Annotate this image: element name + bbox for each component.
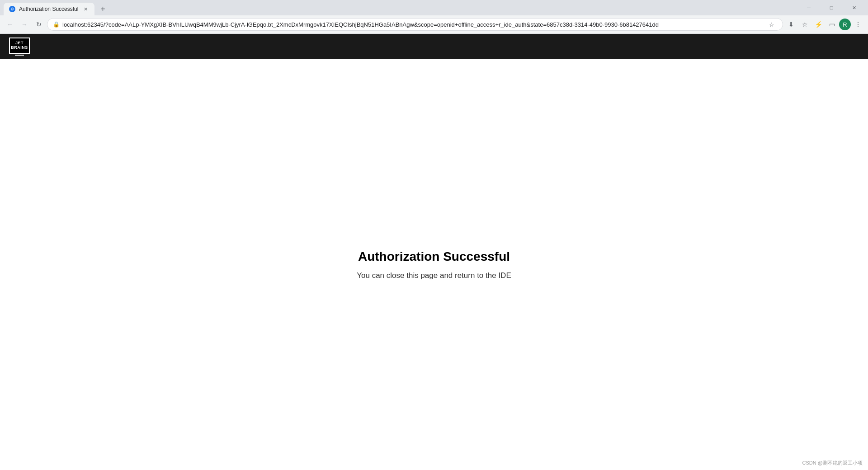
secure-icon: 🔒 [53,21,60,28]
main-content: Authorization Successful You can close t… [0,59,868,470]
auth-title: Authorization Successful [358,249,510,264]
jetbrains-header: JET BRAINS [0,34,868,59]
browser-chrome: Authorization Successful ✕ + ─ □ ✕ ← → ↻… [0,0,868,34]
tab-favicon-icon [9,6,15,12]
refresh-button[interactable]: ↻ [33,18,45,31]
maximize-button[interactable]: □ [821,0,842,15]
profile-button[interactable]: R [839,19,851,30]
forward-button[interactable]: → [18,18,31,31]
tab-area: Authorization Successful ✕ + [4,0,797,15]
address-right-icons: ☆ [766,19,777,30]
tab-title: Authorization Successful [19,6,78,12]
tab-close-button[interactable]: ✕ [82,5,89,13]
jetbrains-text-brains: BRAINS [11,46,28,50]
auth-subtitle: You can close this page and return to th… [357,271,511,280]
jetbrains-logo-box: JET BRAINS [9,38,30,54]
bookmark-address-icon[interactable]: ☆ [766,19,777,30]
minimize-button[interactable]: ─ [798,0,819,15]
address-bar[interactable]: 🔒 localhost:62345/?code=AALp-YMXgXIB-BVh… [47,18,783,31]
active-tab[interactable]: Authorization Successful ✕ [4,3,94,15]
url-text: localhost:62345/?code=AALp-YMXgXIB-BVhIL… [62,21,764,28]
menu-button[interactable]: ⋮ [852,18,864,31]
window-controls: ─ □ ✕ [798,0,864,15]
close-window-button[interactable]: ✕ [844,0,864,15]
title-bar: Authorization Successful ✕ + ─ □ ✕ [0,0,868,15]
sidebar-button[interactable]: ▭ [826,18,838,31]
address-bar-row: ← → ↻ 🔒 localhost:62345/?code=AALp-YMXgX… [0,15,868,33]
watermark: CSDN @测不绝的返工小项 [802,460,863,466]
jetbrains-logo: JET BRAINS [9,38,30,56]
download-button[interactable]: ⬇ [785,18,797,31]
back-button[interactable]: ← [4,18,16,31]
toolbar-icons: ⬇ ☆ ⚡ ▭ R ⋮ [785,18,864,31]
bookmark-button[interactable]: ☆ [798,18,811,31]
new-tab-button[interactable]: + [96,3,109,15]
extension-button[interactable]: ⚡ [812,18,825,31]
jetbrains-logo-underline [15,55,24,56]
